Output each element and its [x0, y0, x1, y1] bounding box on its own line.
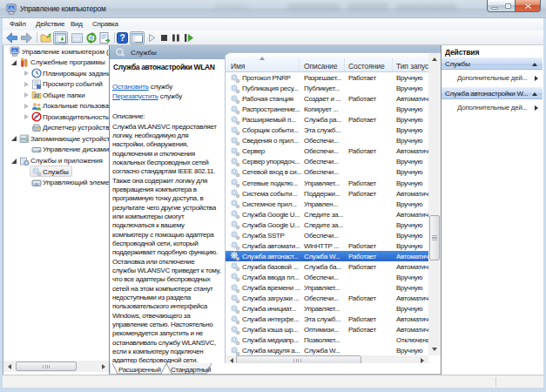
svg-text:?: ?: [119, 33, 125, 43]
svg-text:22: 22: [34, 93, 40, 98]
